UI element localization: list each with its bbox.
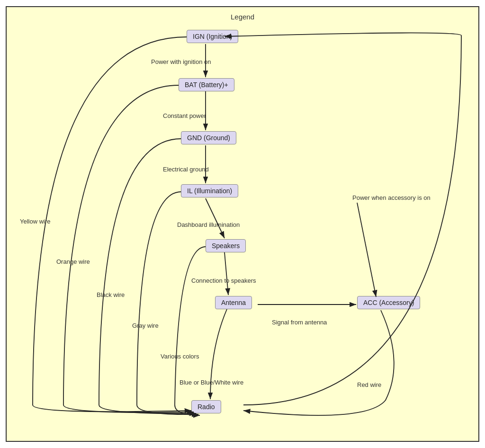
node-il: IL (Illumination) — [181, 184, 238, 197]
node-speakers: Speakers — [206, 239, 246, 252]
label-blue-wire: Blue or Blue/White wire — [180, 379, 243, 386]
label-various-colors: Various colors — [161, 353, 199, 360]
label-black-wire: Black wire — [97, 291, 125, 298]
node-antenna: Antenna — [215, 296, 252, 309]
label-connection-speakers: Connection to speakers — [191, 277, 256, 284]
legend-title: Legend — [231, 13, 254, 21]
label-electrical-ground: Electrical ground — [163, 166, 209, 173]
label-orange-wire: Orange wire — [56, 258, 90, 265]
diagram-container: Legend IGN (Ignition) BAT (Battery)+ GND… — [6, 6, 479, 442]
node-radio: Radio — [191, 400, 221, 413]
label-signal-antenna: Signal from antenna — [272, 319, 327, 326]
label-constant-power: Constant power — [163, 112, 206, 119]
node-gnd: GND (Ground) — [181, 131, 236, 144]
diagram-arrows — [7, 7, 478, 441]
node-acc: ACC (Accessory) — [357, 296, 420, 309]
label-gray-wire: Gray wire — [132, 322, 159, 329]
svg-line-4 — [206, 198, 225, 238]
label-power-accessory: Power when accessory is on — [352, 194, 431, 201]
node-bat: BAT (Battery)+ — [179, 78, 234, 91]
label-red-wire: Red wire — [357, 381, 381, 388]
svg-line-6 — [357, 203, 376, 297]
label-yellow-wire: Yellow wire — [20, 218, 51, 225]
label-power-ignition: Power with ignition on — [151, 58, 211, 65]
svg-line-5 — [225, 252, 228, 295]
label-dashboard-illumination: Dashboard illumination — [177, 221, 240, 228]
node-ign: IGN (Ignition) — [187, 30, 238, 43]
